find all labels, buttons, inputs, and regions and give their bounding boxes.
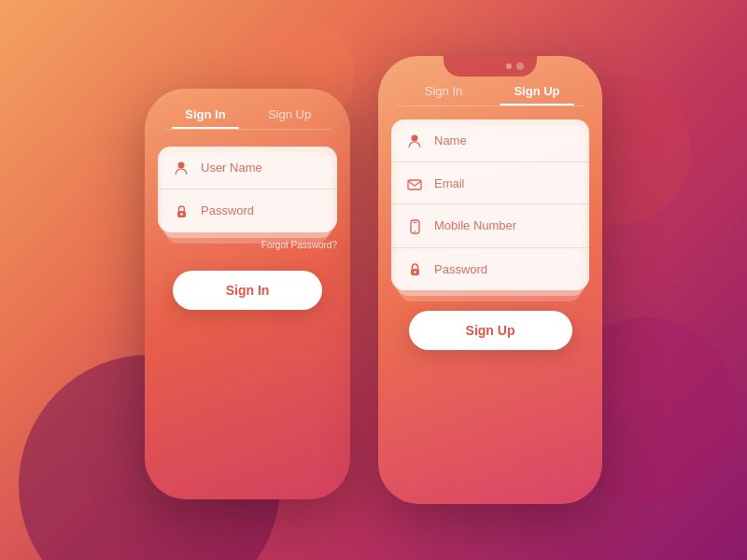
user-icon bbox=[173, 160, 190, 175]
password-input[interactable] bbox=[201, 203, 337, 217]
tab-signin-right[interactable]: Sign In bbox=[397, 84, 490, 105]
phones-container: Sign In Sign Up bbox=[0, 0, 747, 560]
svg-point-6 bbox=[414, 231, 416, 232]
signin-card-stack bbox=[158, 147, 337, 232]
mobile-input[interactable] bbox=[434, 218, 589, 232]
signup-password-input[interactable] bbox=[434, 262, 589, 276]
email-icon bbox=[406, 175, 423, 190]
svg-rect-4 bbox=[408, 180, 421, 189]
phone-signin: Sign In Sign Up bbox=[145, 89, 350, 499]
phone-signup: Sign In Sign Up bbox=[378, 56, 602, 504]
username-input[interactable] bbox=[201, 161, 337, 175]
signup-form-card bbox=[391, 119, 589, 290]
mobile-field-row bbox=[391, 204, 589, 247]
signin-tab-bar: Sign In Sign Up bbox=[145, 89, 350, 129]
signup-lock-icon bbox=[406, 261, 423, 277]
tab-signup-right[interactable]: Sign Up bbox=[490, 84, 584, 105]
email-field-row bbox=[391, 162, 589, 204]
signin-form-card bbox=[158, 147, 337, 232]
svg-point-9 bbox=[414, 271, 416, 273]
signup-button[interactable]: Sign Up bbox=[409, 311, 572, 350]
signup-card-stack bbox=[391, 119, 589, 290]
name-field-row bbox=[391, 119, 589, 162]
notch-camera bbox=[516, 63, 524, 70]
lock-icon bbox=[173, 203, 190, 218]
tab-divider-left bbox=[163, 129, 331, 130]
tab-signup-left[interactable]: Sign Up bbox=[247, 107, 331, 129]
name-user-icon bbox=[406, 133, 423, 148]
password-field-row bbox=[158, 189, 337, 231]
tab-divider-right bbox=[397, 105, 584, 106]
signin-button[interactable]: Sign In bbox=[173, 271, 322, 310]
svg-point-3 bbox=[412, 135, 418, 142]
signup-password-field-row bbox=[391, 248, 589, 290]
name-input[interactable] bbox=[434, 133, 589, 147]
svg-point-0 bbox=[178, 162, 185, 169]
svg-point-2 bbox=[180, 213, 182, 215]
email-input[interactable] bbox=[434, 176, 589, 190]
tab-signin-left[interactable]: Sign In bbox=[163, 107, 247, 129]
username-field-row bbox=[158, 147, 337, 189]
notch-dot bbox=[506, 63, 512, 69]
phone-icon bbox=[406, 217, 423, 233]
phone-notch bbox=[444, 56, 537, 77]
